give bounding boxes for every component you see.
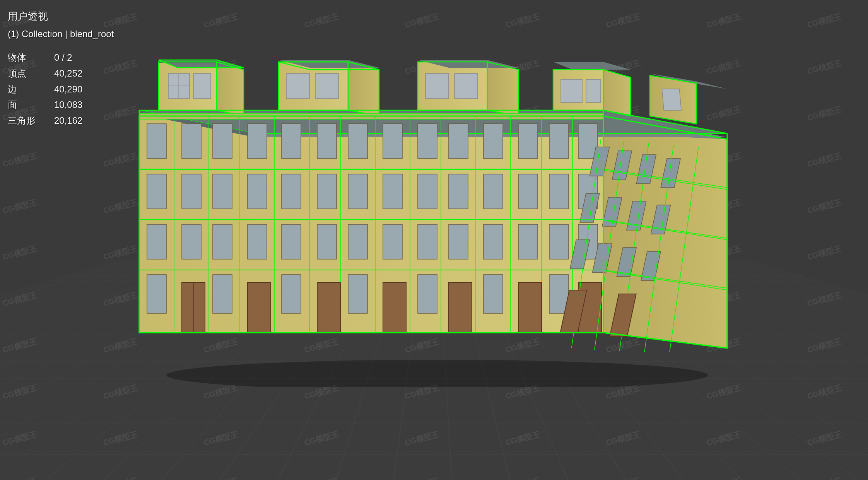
stat-row-edges: 边 40,290 [8,82,114,97]
svg-rect-99 [282,224,301,259]
svg-rect-85 [282,174,301,209]
svg-rect-106 [518,224,538,259]
stat-row-objects: 物体 0 / 2 [8,50,114,66]
svg-rect-119 [317,282,340,333]
building-3d-view [70,39,805,387]
stat-label-edges: 边 [8,82,39,97]
svg-rect-90 [449,174,468,209]
svg-rect-105 [484,224,503,259]
svg-rect-93 [549,174,569,209]
svg-rect-110 [213,275,232,313]
stats-panel: 用户透视 (1) Collection | blend_root 物体 0 / … [8,8,114,129]
stat-value-objects: 0 / 2 [54,50,72,66]
svg-rect-77 [484,124,503,159]
svg-rect-100 [317,224,337,259]
stat-label-faces: 面 [8,97,39,113]
svg-rect-101 [348,224,367,259]
stat-value-faces: 10,083 [54,97,82,113]
svg-rect-98 [248,224,267,259]
stat-label-objects: 物体 [8,50,39,66]
svg-rect-92 [518,174,538,209]
svg-rect-35 [455,73,478,99]
svg-rect-81 [147,174,166,209]
svg-rect-46 [662,89,681,110]
collection-subtitle: (1) Collection | blend_root [8,26,114,42]
svg-rect-86 [317,174,337,209]
svg-rect-67 [147,124,166,159]
svg-rect-120 [383,282,406,333]
svg-rect-113 [418,275,437,313]
svg-marker-30 [487,62,518,116]
svg-marker-11 [217,62,244,116]
svg-rect-121 [449,282,472,333]
stat-label-vertices: 顶点 [8,66,39,82]
svg-rect-109 [147,275,166,313]
stat-label-tris: 三角形 [8,113,39,129]
svg-rect-118 [248,282,271,333]
svg-rect-89 [418,174,437,209]
svg-rect-88 [383,174,402,209]
stat-row-faces: 面 10,083 [8,97,114,113]
stat-value-vertices: 40,252 [54,66,82,82]
viewport-title: 用户透视 [8,8,114,25]
svg-rect-122 [518,282,542,333]
svg-rect-104 [449,224,468,259]
svg-rect-87 [348,174,367,209]
svg-rect-79 [549,124,569,159]
stat-value-tris: 20,162 [54,113,82,129]
svg-rect-84 [248,174,267,209]
svg-rect-42 [586,79,601,102]
svg-rect-111 [282,275,301,313]
svg-rect-34 [425,73,449,99]
svg-rect-102 [383,224,402,259]
stat-row-vertices: 顶点 40,252 [8,66,114,82]
svg-rect-103 [418,224,437,259]
svg-rect-95 [147,224,166,259]
svg-rect-41 [561,79,582,102]
svg-rect-112 [348,275,367,313]
svg-rect-69 [213,124,232,159]
svg-rect-75 [418,124,437,159]
svg-rect-73 [348,124,367,159]
stat-row-tris: 三角形 20,162 [8,113,114,129]
svg-rect-68 [182,124,201,159]
svg-point-2 [166,360,708,387]
svg-rect-74 [383,124,402,159]
svg-rect-78 [518,124,538,159]
svg-rect-76 [449,124,468,159]
svg-rect-28 [315,73,338,99]
svg-rect-72 [317,124,337,159]
svg-rect-97 [213,224,232,259]
svg-rect-114 [484,275,503,313]
svg-rect-71 [282,124,301,159]
stat-value-edges: 40,290 [54,82,82,97]
svg-rect-70 [248,124,267,159]
svg-rect-18 [193,73,211,99]
svg-rect-107 [549,224,569,259]
svg-rect-27 [286,73,309,99]
svg-rect-96 [182,224,201,259]
svg-rect-83 [213,174,232,209]
svg-rect-91 [484,174,503,209]
svg-rect-82 [182,174,201,209]
svg-marker-38 [553,62,630,70]
